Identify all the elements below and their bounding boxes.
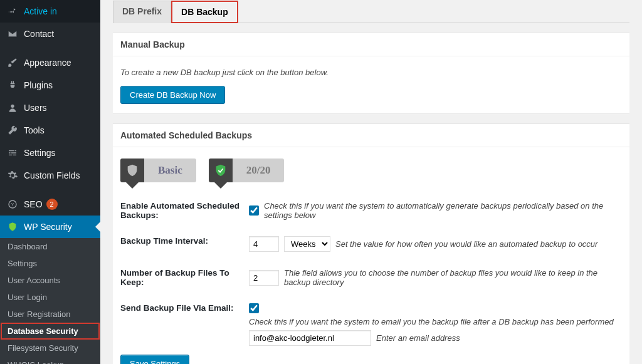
- row-enable-auto: Enable Automated Scheduled Backups: Chec…: [120, 201, 622, 220]
- sidebar-sub-user-registration[interactable]: User Registration: [0, 306, 100, 323]
- sidebar-sub-user-login[interactable]: User Login: [0, 289, 100, 306]
- manual-note: To create a new DB backup just click on …: [120, 68, 622, 77]
- email-help: Check this if you want the system to ema…: [249, 317, 622, 326]
- row-keep: Number of Backup Files To Keep: Thie fie…: [120, 268, 622, 287]
- wrench-icon: [6, 124, 19, 137]
- sidebar-item-label: WP Security: [24, 222, 72, 232]
- shield-icon: [6, 221, 19, 233]
- pin-icon: [6, 5, 19, 18]
- sidebar-item-label: Active in: [24, 6, 57, 16]
- panel-auto-backup: Automated Scheduled Backups Basic 20/20: [113, 123, 629, 364]
- enable-auto-checkbox[interactable]: [249, 205, 259, 216]
- interval-help: Set the value for how often you would li…: [335, 239, 622, 249]
- panel-title-manual: Manual Backup: [113, 33, 629, 56]
- seo-badge: 2: [46, 199, 58, 210]
- badge-basic: Basic: [120, 159, 196, 182]
- row-interval: Backup Time Interval: Weeks Set the valu…: [120, 236, 622, 252]
- sidebar-item-seo[interactable]: Y SEO 2: [0, 193, 100, 216]
- sidebar-item-label: Plugins: [24, 80, 53, 90]
- sliders-icon: [6, 147, 19, 159]
- row-email: Send Backup File Via Email: Check this i…: [120, 303, 622, 346]
- users-icon: [6, 101, 19, 114]
- admin-sidebar: Active in Contact Appearance Plugins Use…: [0, 0, 100, 364]
- sidebar-item-label: Custom Fields: [24, 170, 80, 180]
- gear-icon: [6, 169, 19, 182]
- shield-green-icon: [209, 159, 233, 182]
- create-backup-button[interactable]: Create DB Backup Now: [120, 86, 225, 104]
- sidebar-sub-dashboard[interactable]: Dashboard: [0, 238, 100, 255]
- sidebar-item-custom-fields[interactable]: Custom Fields: [0, 164, 100, 187]
- email-checkbox[interactable]: [249, 303, 259, 313]
- svg-text:Y: Y: [11, 202, 14, 207]
- sidebar-item-active-in[interactable]: Active in: [0, 0, 100, 23]
- sidebar-item-label: Users: [24, 103, 47, 113]
- sidebar-item-settings[interactable]: Settings: [0, 142, 100, 164]
- sidebar-item-label: SEO: [24, 199, 43, 209]
- interval-unit-select[interactable]: Weeks: [284, 236, 330, 252]
- seo-icon: Y: [6, 198, 19, 211]
- email-address-input[interactable]: [249, 330, 371, 346]
- email-placeholder-help: Enter an email address: [376, 333, 622, 343]
- sidebar-sub-user-accounts[interactable]: User Accounts: [0, 272, 100, 289]
- sidebar-sub-settings[interactable]: Settings: [0, 255, 100, 272]
- enable-auto-help: Check this if you want the system to aut…: [264, 201, 622, 220]
- sidebar-item-plugins[interactable]: Plugins: [0, 74, 100, 96]
- sidebar-item-users[interactable]: Users: [0, 96, 100, 119]
- sidebar-item-wp-security[interactable]: WP Security: [0, 216, 100, 238]
- keep-value-input[interactable]: [249, 270, 279, 286]
- security-badges: Basic 20/20: [120, 152, 622, 189]
- sidebar-item-contact[interactable]: Contact: [0, 23, 100, 45]
- main-content: DB Prefix DB Backup Manual Backup To cre…: [100, 0, 642, 364]
- keep-help: Thie field allows you to choose the numb…: [284, 268, 622, 287]
- sidebar-item-label: Appearance: [24, 58, 71, 68]
- badge-score: 20/20: [209, 159, 285, 182]
- shield-grey-icon: [120, 159, 144, 182]
- sidebar-item-tools[interactable]: Tools: [0, 119, 100, 142]
- sidebar-sub-filesystem-security[interactable]: Filesystem Security: [0, 340, 100, 356]
- sidebar-item-label: Settings: [24, 148, 56, 158]
- tab-db-backup[interactable]: DB Backup: [171, 1, 238, 23]
- sidebar-item-label: Tools: [24, 125, 45, 135]
- tab-db-prefix[interactable]: DB Prefix: [113, 1, 171, 23]
- plug-icon: [6, 79, 19, 91]
- sidebar-item-appearance[interactable]: Appearance: [0, 51, 100, 74]
- svg-point-0: [11, 105, 14, 108]
- mail-icon: [6, 28, 19, 40]
- tab-bar: DB Prefix DB Backup: [113, 0, 629, 23]
- sidebar-sub-database-security[interactable]: Database Security: [0, 323, 100, 340]
- brush-icon: [6, 56, 19, 69]
- interval-value-input[interactable]: [249, 236, 279, 252]
- panel-title-auto: Automated Scheduled Backups: [113, 124, 629, 147]
- sidebar-sub-whois-lookup[interactable]: WHOIS Lookup: [0, 356, 100, 364]
- save-settings-button[interactable]: Save Settings: [120, 355, 189, 364]
- panel-manual-backup: Manual Backup To create a new DB backup …: [113, 33, 629, 114]
- sidebar-item-label: Contact: [24, 29, 54, 39]
